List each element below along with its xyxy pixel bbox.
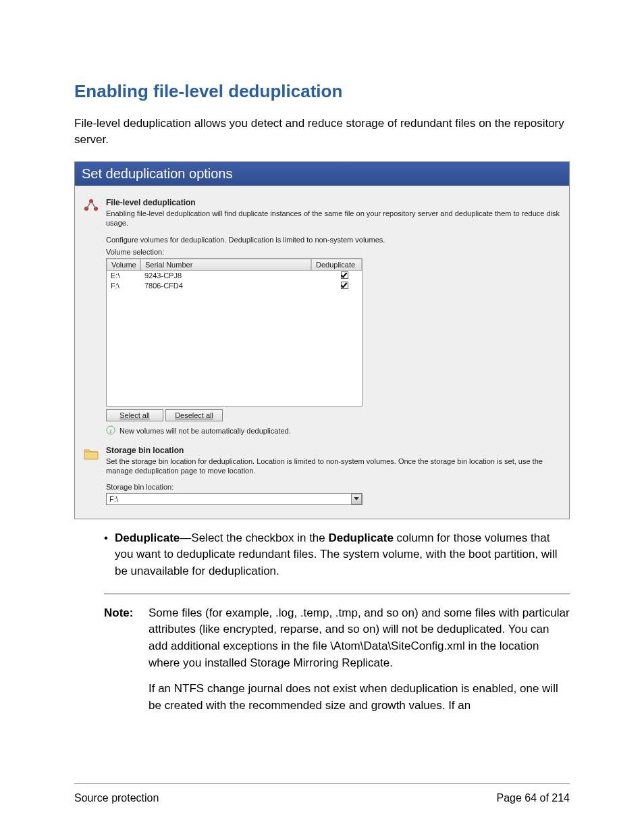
info-text: New volumes will not be automatically de… bbox=[119, 427, 291, 435]
col-header-volume[interactable]: Volume bbox=[107, 259, 140, 271]
storage-bin-section: Storage bin location Set the storage bin… bbox=[82, 446, 562, 505]
cell-volume: E:\ bbox=[107, 271, 140, 280]
info-icon: i bbox=[106, 425, 115, 436]
storage-location-combo[interactable]: F:\ bbox=[106, 493, 363, 505]
dedup-section-title: File-level deduplication bbox=[106, 198, 562, 207]
dedup-section-desc: Enabling file-level deduplication will f… bbox=[106, 209, 562, 228]
combo-value: F:\ bbox=[109, 495, 118, 503]
note-block: Note: Some files (for example, .log, .te… bbox=[104, 594, 570, 724]
col-header-serial[interactable]: Serial Number bbox=[140, 259, 311, 271]
cell-serial: 9243-CPJ8 bbox=[140, 271, 311, 280]
dedup-checkbox[interactable] bbox=[341, 271, 348, 279]
footer-right: Page 64 of 214 bbox=[496, 792, 570, 804]
deselect-all-button[interactable]: Deselect all bbox=[165, 409, 223, 421]
cell-serial: 7806-CFD4 bbox=[140, 282, 311, 290]
storage-section-desc: Set the storage bin location for dedupli… bbox=[106, 457, 562, 476]
bullet-icon: • bbox=[104, 530, 108, 580]
cell-volume: F:\ bbox=[107, 282, 140, 290]
intro-text: File-level deduplication allows you dete… bbox=[74, 115, 570, 148]
panel-title: Set deduplication options bbox=[75, 162, 569, 186]
storage-location-label: Storage bin location: bbox=[106, 483, 562, 491]
bullet-bold2: Deduplicate bbox=[329, 531, 394, 544]
dedup-icon bbox=[82, 198, 101, 214]
svg-line-3 bbox=[86, 201, 91, 209]
page-footer: Source protection Page 64 of 214 bbox=[74, 783, 570, 825]
list-item: • Deduplicate—Select the checkbox in the… bbox=[104, 530, 570, 580]
note-paragraph-1: Some files (for example, .log, .temp, .t… bbox=[149, 605, 570, 672]
chevron-down-icon[interactable] bbox=[351, 494, 362, 504]
table-row[interactable]: F:\ 7806-CFD4 bbox=[107, 281, 362, 291]
folder-icon bbox=[82, 446, 101, 462]
bullet-text-1: —Select the checkbox in the bbox=[180, 531, 328, 544]
file-dedup-section: File-level deduplication Enabling file-l… bbox=[82, 198, 562, 437]
svg-line-4 bbox=[91, 201, 96, 209]
select-all-button[interactable]: Select all bbox=[106, 409, 163, 421]
table-row[interactable]: E:\ 9243-CPJ8 bbox=[107, 271, 362, 281]
col-header-dedup[interactable]: Deduplicate bbox=[311, 259, 362, 271]
volume-selection-label: Volume selection: bbox=[106, 248, 562, 256]
footer-left: Source protection bbox=[74, 792, 159, 804]
configure-line: Configure volumes for deduplication. Ded… bbox=[106, 236, 562, 244]
note-paragraph-2: If an NTFS change journal does not exist… bbox=[149, 681, 570, 714]
page-title: Enabling file-level deduplication bbox=[74, 81, 570, 102]
dedup-checkbox[interactable] bbox=[341, 282, 348, 289]
storage-section-title: Storage bin location bbox=[106, 446, 562, 455]
volume-table: Volume Serial Number Deduplicate E:\ 924… bbox=[106, 258, 363, 407]
dedup-options-panel: Set deduplication options File-level ded… bbox=[74, 161, 570, 519]
note-label: Note: bbox=[104, 605, 144, 724]
bullet-lead: Deduplicate bbox=[115, 531, 180, 544]
